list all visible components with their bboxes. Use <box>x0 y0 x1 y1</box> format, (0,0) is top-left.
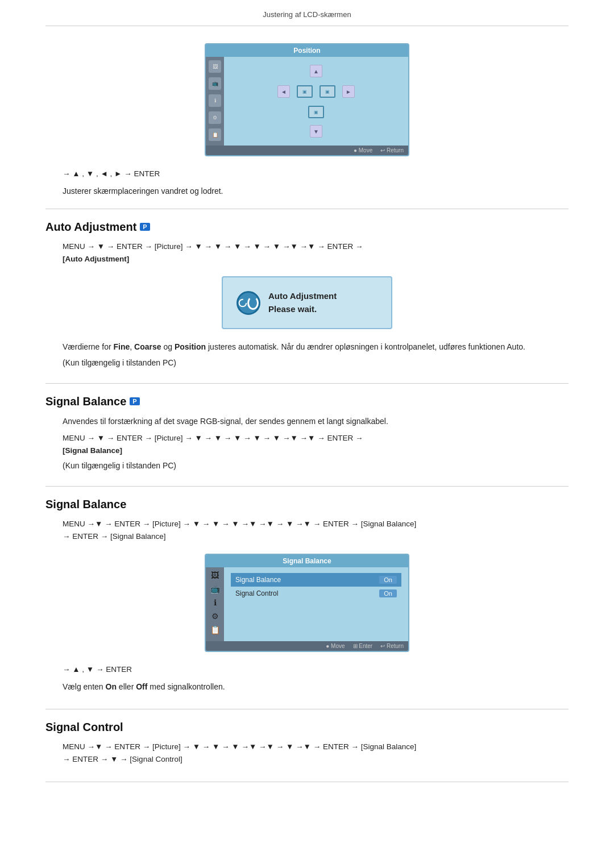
position-desc: Justerer skærmplaceringen vandret og lod… <box>63 185 569 197</box>
signal-balance-nav1: MENU →▼ → ENTER → [Picture] → ▼ → ▼ → ▼ … <box>63 518 569 542</box>
svg-point-0 <box>239 299 247 306</box>
auto-adjustment-message: Auto Adjustment Please wait. <box>268 290 337 315</box>
position-screen-footer: ● Move ↩ Return <box>206 146 408 155</box>
signal-balance-p-desc: Anvendes til forstærkning af det svage R… <box>63 415 569 427</box>
divider-bottom <box>45 782 569 782</box>
sb-sidebar-icon-5: 📋 <box>210 625 220 634</box>
signal-balance-screen-title: Signal Balance <box>206 555 408 567</box>
signal-balance-screen: Signal Balance 🖼 📺 ℹ ⚙ 📋 Signal Balance … <box>205 554 409 652</box>
footer-move-label: ● Move <box>354 147 372 153</box>
signal-balance-p-badge: P <box>130 397 139 405</box>
signal-balance-p-section: Signal Balance P Anvendes til forstærkni… <box>45 395 569 471</box>
position-screen-container: Position 🖼 📺 ℹ ⚙ 📋 ▲ ◄ ▣ <box>45 43 569 156</box>
arrow-left: ◄ <box>277 85 290 98</box>
position-screen-title: Position <box>206 44 408 57</box>
sb-sidebar-icon-1: 🖼 <box>211 571 219 580</box>
arrow-down: ▼ <box>310 125 322 138</box>
signal-balance-p-paren: (Kun tilgængelig i tilstanden PC) <box>63 461 569 470</box>
arrow-up: ▲ <box>310 65 322 77</box>
sb-footer-move: ● Move <box>326 643 345 649</box>
footer-return-label: ↩ Return <box>380 147 404 153</box>
signal-balance-desc: Vælg enten On eller Off med signalkontro… <box>63 680 569 693</box>
sb-footer-enter: ⊞ Enter <box>353 643 373 649</box>
divider-1 <box>45 209 569 209</box>
auto-adjustment-dialog-container: Auto Adjustment Please wait. <box>45 276 569 329</box>
sidebar-icon-5: 📋 <box>209 128 221 141</box>
position-nav-instruction: → ▲ , ▼ , ◄ , ► → ENTER <box>63 168 569 180</box>
auto-adjustment-paren: (Kun tilgængelig i tilstanden PC) <box>63 358 569 367</box>
signal-control-nav: MENU →▼ → ENTER → [Picture] → ▼ → ▼ → ▼ … <box>63 741 569 765</box>
signal-balance-screen-container: Signal Balance 🖼 📺 ℹ ⚙ 📋 Signal Balance … <box>45 554 569 652</box>
signal-balance-p-nav: MENU → ▼ → ENTER → [Picture] → ▼ → ▼ → ▼… <box>63 432 569 456</box>
signal-balance-main-area: Signal Balance On Signal Control On <box>224 567 408 641</box>
auto-adjustment-section: Auto Adjustment P MENU → ▼ → ENTER → [Pi… <box>45 221 569 367</box>
signal-balance-value-1: On <box>379 576 397 584</box>
signal-balance-value-2: On <box>379 589 397 597</box>
auto-adjustment-dialog: Auto Adjustment Please wait. <box>222 276 392 329</box>
sb-sidebar-icon-3: ℹ <box>214 598 217 607</box>
sidebar-icon-3: ℹ <box>209 94 221 107</box>
divider-3 <box>45 486 569 487</box>
signal-control-title: Signal Control <box>45 721 569 734</box>
signal-balance-section: Signal Balance MENU →▼ → ENTER → [Pictur… <box>45 498 569 693</box>
auto-adjustment-title: Auto Adjustment P <box>45 221 569 234</box>
signal-balance-p-title: Signal Balance P <box>45 395 569 408</box>
sidebar-icon-4: ⚙ <box>209 111 221 124</box>
signal-balance-menu-item-1: Signal Balance On <box>231 573 401 587</box>
signal-balance-title: Signal Balance <box>45 498 569 511</box>
auto-adjustment-badge: P <box>140 223 150 231</box>
sidebar-icon-1: 🖼 <box>209 60 221 73</box>
signal-control-section: Signal Control MENU →▼ → ENTER → [Pictur… <box>45 721 569 765</box>
divider-4 <box>45 709 569 709</box>
arrow-right: ► <box>342 85 355 98</box>
sidebar-icon-2: 📺 <box>209 77 221 90</box>
auto-adjustment-nav: MENU → ▼ → ENTER → [Picture] → ▼ → ▼ → ▼… <box>63 240 569 265</box>
auto-adjustment-icon <box>237 291 260 315</box>
signal-balance-screen-footer: ● Move ⊞ Enter ↩ Return <box>206 641 408 651</box>
sb-sidebar-icon-4: ⚙ <box>211 612 219 621</box>
divider-2 <box>45 383 569 384</box>
auto-adjustment-desc: Værdierne for Fine, Coarse og Position j… <box>63 340 569 353</box>
sb-sidebar-icon-2: 📺 <box>210 584 220 593</box>
signal-balance-menu-item-2: Signal Control On <box>231 587 401 600</box>
page-header: Justering af LCD-skærmen <box>45 0 569 26</box>
page-title: Justering af LCD-skærmen <box>263 10 351 19</box>
position-screen: Position 🖼 📺 ℹ ⚙ 📋 ▲ ◄ ▣ <box>205 43 409 156</box>
signal-balance-nav3: → ▲ , ▼ → ENTER <box>63 663 569 676</box>
position-sidebar: 🖼 📺 ℹ ⚙ 📋 <box>206 57 224 146</box>
sb-footer-return: ↩ Return <box>380 643 404 649</box>
signal-balance-sidebar: 🖼 📺 ℹ ⚙ 📋 <box>206 567 224 641</box>
position-main-area: ▲ ◄ ▣ ▣ ► ▣ <box>224 57 408 146</box>
